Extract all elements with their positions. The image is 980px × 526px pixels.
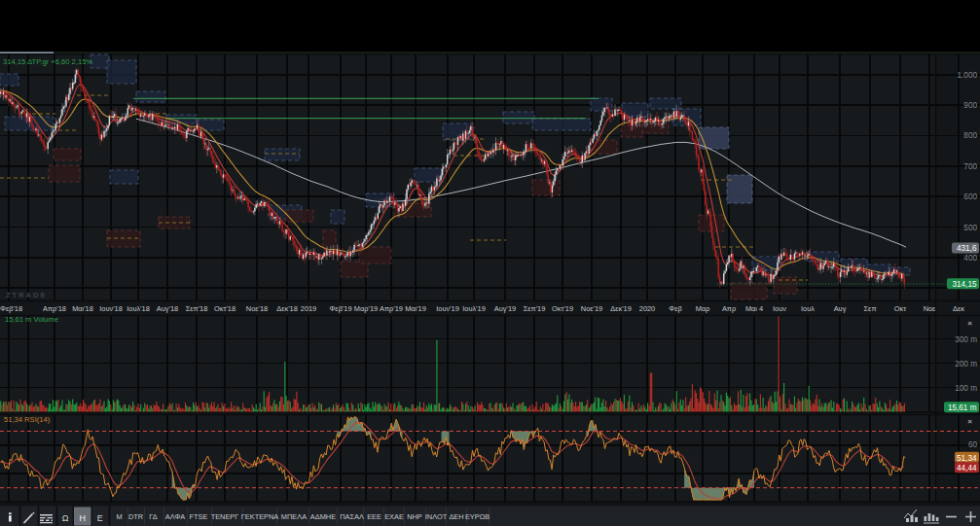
svg-text:314,15: 314,15 [952,280,976,289]
svg-text:Απρ'19: Απρ'19 [380,304,403,313]
svg-text:FTSE: FTSE [190,512,208,521]
svg-text:Δεκ'19: Δεκ'19 [610,304,632,313]
svg-text:400: 400 [963,254,977,263]
svg-text:Δεκ'18: Δεκ'18 [276,304,298,313]
svg-text:Ιουν: Ιουν [773,304,786,313]
svg-text:Οκτ'19: Οκτ'19 [552,304,573,313]
svg-text:Οκτ: Οκτ [894,304,906,313]
svg-text:15,61 m: 15,61 m [948,403,977,412]
svg-text:Νοε: Νοε [924,304,936,313]
svg-text:Απρ: Απρ [722,304,736,313]
svg-text:×: × [967,319,972,328]
svg-text:Δεκ: Δεκ [953,304,964,313]
svg-text:ΕΕΕ: ΕΕΕ [367,512,381,521]
svg-text:Οκτ'18: Οκτ'18 [214,304,236,313]
svg-text:ΓΕΚΤΕΡΝΑ: ΓΕΚΤΕΡΝΑ [241,512,279,521]
svg-text:Η: Η [79,513,86,523]
svg-text:Ω: Ω [62,513,69,523]
svg-text:2019: 2019 [301,304,316,313]
svg-text:200 m: 200 m [955,360,977,368]
svg-text:Ιουλ: Ιουλ [801,304,815,313]
svg-text:Μ: Μ [116,512,122,521]
svg-text:ΑΛΦΑ: ΑΛΦΑ [165,512,186,521]
svg-text:15,61 m Volume: 15,61 m Volume [5,315,58,324]
svg-text:Σεπ'18: Σεπ'18 [186,304,208,313]
svg-text:ΑΔΜΗΕ: ΑΔΜΗΕ [310,512,336,521]
svg-text:Ιουλ'18: Ιουλ'18 [127,304,150,313]
svg-text:Ιουν'18: Ιουν'18 [99,304,123,313]
svg-text:Ιουν'19: Ιουν'19 [436,304,459,313]
svg-text:ΝΗΡ: ΝΗΡ [407,512,422,521]
svg-text:ΤΕΝΕΡΓ: ΤΕΝΕΡΓ [211,512,239,521]
svg-text:Αυγ'19: Αυγ'19 [494,304,516,313]
svg-text:1.000: 1.000 [958,71,978,80]
svg-text:Αυγ: Αυγ [834,304,847,313]
svg-text:700: 700 [963,162,977,171]
svg-text:Αυγ'18: Αυγ'18 [157,304,178,313]
svg-text:Νοε'18: Νοε'18 [246,304,268,313]
svg-text:51,34: 51,34 [957,454,977,463]
svg-text:ΓΔ: ΓΔ [149,512,157,521]
svg-text:2020: 2020 [639,304,655,313]
svg-text:Ιουλ'19: Ιουλ'19 [462,304,486,313]
svg-text:Ε: Ε [97,513,103,523]
svg-text:Σεπ: Σεπ [864,304,877,313]
svg-text:Σεπ'19: Σεπ'19 [524,304,546,313]
svg-text:ΠΑΣΑΛ: ΠΑΣΑΛ [340,512,364,521]
svg-text:Φεβ: Φεβ [669,304,681,313]
svg-text:ZTRADE: ZTRADE [6,291,47,299]
svg-text:ΜΠΕΛΑ: ΜΠΕΛΑ [281,512,307,521]
svg-text:ΙΝΛΟΤ: ΙΝΛΟΤ [425,512,448,521]
svg-text:600: 600 [963,193,977,201]
svg-text:800: 800 [963,131,977,140]
svg-text:500: 500 [963,224,977,232]
svg-text:Νοε'19: Νοε'19 [581,304,602,313]
svg-text:Μαι 4: Μαι 4 [745,304,763,313]
svg-text:44,44: 44,44 [957,464,977,473]
svg-text:ΕΧΑΕ: ΕΧΑΕ [384,512,404,521]
svg-text:×: × [967,417,972,426]
svg-text:900: 900 [963,101,977,110]
svg-text:Απρ'18: Απρ'18 [43,304,66,313]
svg-text:Μαι'18: Μαι'18 [72,304,93,313]
svg-text:431,6: 431,6 [957,244,977,253]
svg-text:51,34 RSI(14): 51,34 RSI(14) [4,415,51,424]
svg-text:Μαρ: Μαρ [696,304,710,313]
svg-text:ΔΕΗ: ΔΕΗ [449,512,463,521]
svg-text:Φεβ'18: Φεβ'18 [0,304,22,313]
svg-text:100 m: 100 m [955,384,977,393]
svg-text:Φεβ'19: Φεβ'19 [329,304,351,313]
svg-text:314,15 ΔΤΡ.gr +6,60 2,15%: 314,15 ΔΤΡ.gr +6,60 2,15% [3,57,92,66]
svg-text:ΕΥΡΩΒ: ΕΥΡΩΒ [465,512,490,521]
svg-text:DTR: DTR [128,512,143,521]
svg-text:300 m: 300 m [955,335,977,344]
svg-text:60: 60 [968,440,978,449]
svg-text:Μαρ'19: Μαρ'19 [354,304,378,313]
svg-text:Μαι'19: Μαι'19 [405,304,426,313]
